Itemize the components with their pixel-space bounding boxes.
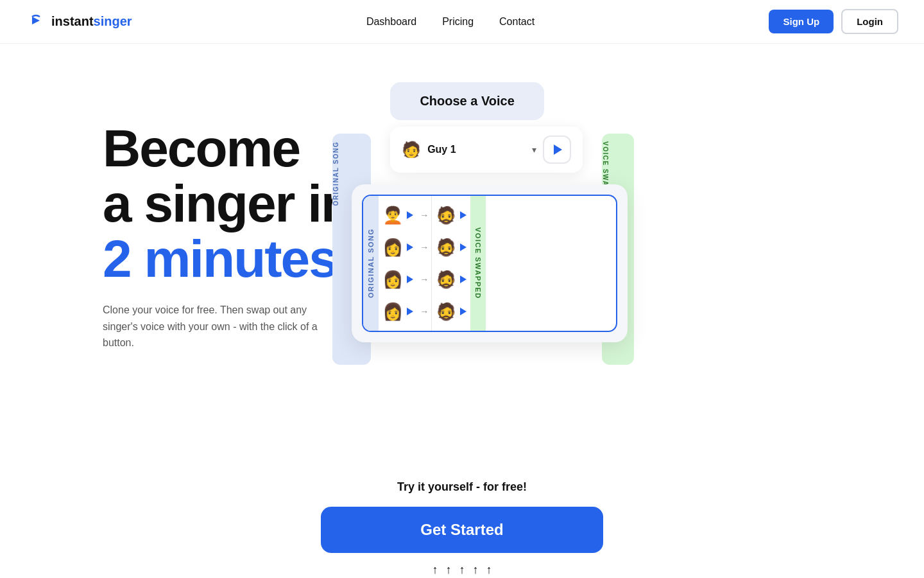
swapped-emoji-1: 🧔	[436, 206, 456, 225]
arrow-up-5: ↑	[486, 563, 492, 577]
songs-card: Original Song 🧑‍🦱 👩 👩	[352, 184, 628, 342]
arrows-row: ↑ ↑ ↑ ↑ ↑	[13, 563, 911, 577]
arrow-1: →	[420, 210, 429, 220]
choose-voice-card: Choose a Voice	[390, 82, 544, 120]
logo-instant: instant	[51, 14, 94, 28]
list-item: 🧔	[436, 201, 466, 229]
arrow-up-1: ↑	[432, 563, 438, 577]
arrows-column: → → → →	[417, 196, 431, 331]
list-item: 🧔	[436, 297, 466, 326]
nav-contact[interactable]: Contact	[499, 16, 535, 27]
list-item: 👩	[382, 265, 413, 293]
hero-text: Become a singer in 2 minutes. Clone your…	[103, 82, 352, 351]
orig-play-3[interactable]	[407, 276, 413, 283]
hero-title: Become a singer in 2 minutes.	[103, 121, 352, 286]
song-emoji-1: 🧑‍🦱	[382, 206, 403, 225]
orig-play-2[interactable]	[407, 243, 413, 251]
get-started-button[interactable]: Get Started	[321, 507, 603, 553]
logo-singer: singer	[94, 14, 132, 28]
voice-name: Guy 1	[427, 144, 526, 155]
voice-emoji: 🧑	[402, 141, 421, 159]
list-item: 🧔	[436, 265, 466, 293]
arrow-3: →	[420, 274, 429, 285]
nav-dashboard[interactable]: Dashboard	[366, 16, 416, 27]
swap-play-1[interactable]	[460, 211, 466, 219]
orig-bg-label: Original Song	[332, 134, 339, 213]
nav-links: Dashboard Pricing Contact	[366, 16, 535, 28]
arrow-up-4: ↑	[473, 563, 479, 577]
swap-play-3[interactable]	[460, 276, 466, 283]
arrow-2: →	[420, 242, 429, 252]
swapped-emoji-3: 🧔	[436, 270, 456, 290]
list-item: →	[420, 297, 429, 326]
list-item: →	[420, 201, 429, 229]
swap-play-2[interactable]	[460, 243, 466, 251]
choose-voice-label: Choose a Voice	[420, 94, 514, 109]
logo-text: instantsinger	[51, 14, 132, 29]
login-button[interactable]: Login	[841, 9, 898, 34]
orig-play-1[interactable]	[407, 211, 413, 219]
navbar: instantsinger Dashboard Pricing Contact …	[0, 0, 924, 44]
play-icon	[554, 144, 562, 155]
logo[interactable]: instantsinger	[26, 12, 132, 32]
list-item: 👩	[382, 233, 413, 261]
voice-selector[interactable]: 🧑 Guy 1 ▾	[390, 127, 583, 173]
cta-tagline: Try it yourself - for free!	[13, 480, 911, 494]
arrow-up-2: ↑	[446, 563, 452, 577]
list-item: 🧑‍🦱	[382, 201, 413, 229]
swapped-emoji-4: 🧔	[436, 302, 456, 322]
song-emoji-3: 👩	[382, 270, 403, 290]
nav-buttons: Sign Up Login	[769, 9, 898, 34]
hero-subtitle: Clone your voice for free. Then swap out…	[103, 302, 334, 351]
arrow-4: →	[420, 306, 429, 317]
original-song-label: Original Song	[363, 196, 379, 331]
hero-section: Become a singer in 2 minutes. Clone your…	[0, 44, 924, 442]
list-item: →	[420, 233, 429, 261]
voice-play-button[interactable]	[543, 136, 571, 164]
song-emoji-2: 👩	[382, 238, 403, 258]
list-item: 🧔	[436, 233, 466, 261]
nav-pricing[interactable]: Pricing	[442, 16, 474, 27]
arrow-up-3: ↑	[459, 563, 465, 577]
cta-section: Try it yourself - for free! Get Started …	[0, 442, 924, 578]
chevron-down-icon: ▾	[532, 144, 536, 155]
voice-swapped-label: Voice Swapped	[470, 196, 486, 331]
song-list: Original Song 🧑‍🦱 👩 👩	[362, 195, 617, 332]
swap-play-4[interactable]	[460, 308, 466, 315]
orig-play-4[interactable]	[407, 308, 413, 315]
original-songs-column: 🧑‍🦱 👩 👩 👩	[379, 196, 417, 331]
voice-widget: Choose a Voice 🧑 Guy 1 ▾ Original Song V…	[352, 82, 628, 342]
list-item: 👩	[382, 297, 413, 326]
swapped-songs-column: 🧔 🧔 🧔 🧔	[431, 196, 470, 331]
list-item: →	[420, 265, 429, 293]
logo-icon	[26, 12, 46, 32]
signup-button[interactable]: Sign Up	[769, 10, 834, 33]
swapped-emoji-2: 🧔	[436, 238, 456, 258]
song-emoji-4: 👩	[382, 302, 403, 322]
